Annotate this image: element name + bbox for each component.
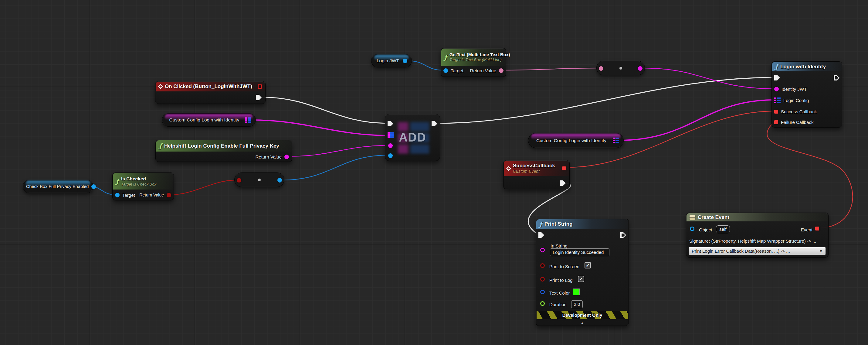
node-title: Is Checked	[121, 176, 156, 182]
wire-exec-add-to-login[interactable]	[437, 78, 775, 123]
node-header: ƒ Print String	[536, 219, 628, 229]
node-header: On Clicked (Button_LoginWithJWT)	[156, 82, 265, 91]
node-print-string[interactable]: ƒ Print String In String Login Identity …	[536, 219, 629, 326]
event-output-pin[interactable]	[815, 227, 819, 231]
function-icon: ƒ	[116, 178, 119, 185]
var-label: Login JWT	[376, 58, 400, 63]
blueprint-canvas[interactable]: { "canvas": { "background": "#282828", "…	[0, 0, 868, 345]
node-header: SuccessCallback Custom Event	[504, 161, 569, 176]
node-is-checked[interactable]: ƒ Is Checked Target is Check Box Target …	[112, 173, 174, 200]
conversion-dot-icon	[619, 67, 622, 69]
map-output-pin[interactable]	[613, 138, 619, 143]
exec-input-pin[interactable]	[774, 75, 780, 81]
print-to-log-input-pin[interactable]	[540, 277, 545, 282]
node-header: ƒ Helpshift Login Config Enable Full Pri…	[156, 140, 292, 151]
conversion-node-bool-to-value[interactable]	[234, 173, 284, 187]
node-subtitle: Target is Check Box	[121, 182, 156, 187]
print-to-screen-input-pin[interactable]	[540, 263, 545, 268]
target-input-pin[interactable]	[443, 68, 448, 73]
signature-text: Signature: (StrProperty, Helpshift Map W…	[689, 238, 816, 243]
wire-text-gettext-to-conversion[interactable]	[504, 68, 598, 70]
exec-input-pin[interactable]	[538, 232, 544, 238]
return-value-output-pin[interactable]	[499, 68, 503, 73]
node-title: On Clicked (Button_LoginWithJWT)	[165, 84, 252, 90]
object-output-pin[interactable]	[277, 178, 282, 182]
create-event-icon	[689, 215, 695, 220]
object-input-pin[interactable]	[690, 227, 694, 231]
map-input-pin[interactable]	[388, 132, 394, 138]
dropdown-arrow-icon: ▼	[819, 249, 823, 253]
conversion-node-text-to-string[interactable]	[596, 61, 645, 75]
wire-object-conversion-to-add[interactable]	[283, 155, 388, 180]
failure-callback-input-pin[interactable]	[774, 120, 778, 124]
node-gettext-multiline[interactable]: ƒ GetText (Multi-Line Text Box) Target i…	[441, 48, 506, 77]
map-output-pin[interactable]	[245, 117, 251, 123]
node-header: ƒ GetText (Multi-Line Text Box) Target i…	[441, 49, 506, 66]
exec-output-pin[interactable]	[432, 121, 437, 126]
wire-object-loginjwt-to-gettext[interactable]	[408, 61, 442, 70]
node-on-clicked-event[interactable]: On Clicked (Button_LoginWithJWT)	[155, 81, 266, 104]
print-to-log-checkbox[interactable]: ✓	[578, 276, 584, 282]
exec-output-pin[interactable]	[834, 75, 839, 81]
node-title: Helpshift Login Config Enable Full Priva…	[164, 143, 279, 149]
var-node-login-jwt[interactable]: Login JWT	[371, 54, 412, 67]
node-create-event[interactable]: Create Event Object self Event Signature…	[686, 212, 829, 258]
success-callback-input-pin[interactable]	[774, 110, 778, 114]
node-map-add[interactable]: ADD	[385, 114, 440, 161]
node-success-callback-event[interactable]: SuccessCallback Custom Event	[503, 160, 570, 189]
text-color-input-pin[interactable]	[540, 290, 545, 294]
pin-label: Identity JWT	[781, 87, 807, 92]
node-header: ƒ Is Checked Target is Check Box	[113, 173, 173, 190]
node-title: Print String	[545, 221, 573, 227]
target-input-pin[interactable]	[115, 193, 120, 197]
target-pin-row: Target	[115, 192, 135, 198]
wire-string-helpshift-to-add[interactable]	[289, 145, 388, 156]
wire-map-configb-to-loginconfig[interactable]	[619, 100, 775, 140]
string-output-pin[interactable]	[638, 66, 643, 71]
exec-output-pin[interactable]	[560, 180, 566, 186]
in-string-label: In String	[551, 243, 567, 249]
node-header: ƒ Login with Identity	[772, 62, 842, 71]
wire-exec-onclicked-to-add[interactable]	[261, 97, 388, 123]
text-color-label: Text Color	[549, 290, 570, 295]
exec-input-pin[interactable]	[388, 121, 393, 126]
delegate-output-pin[interactable]	[258, 84, 262, 89]
pin-label: Login Config	[783, 98, 809, 103]
in-string-input-pin[interactable]	[540, 248, 545, 252]
var-node-check-box-full-privacy[interactable]: Check Box Full Privacy Enabled	[23, 180, 93, 193]
signature-dropdown-value: Print Login Error Callback Data(Reason, …	[692, 249, 790, 254]
failure-callback-pin-row: Failure Callback	[774, 119, 814, 125]
print-to-screen-checkbox[interactable]: ✓	[585, 262, 591, 268]
delegate-output-pin[interactable]	[562, 166, 566, 170]
node-helpshift-privacy-key[interactable]: ƒ Helpshift Login Config Enable Full Pri…	[155, 140, 292, 162]
var-node-custom-config-a[interactable]: Custom Config Login with Identity	[162, 113, 256, 127]
value-input-pin[interactable]	[388, 153, 393, 158]
object-self-field[interactable]: self	[716, 225, 730, 233]
duration-field[interactable]: 2.0	[571, 300, 583, 308]
exec-output-pin[interactable]	[256, 95, 261, 100]
key-input-pin[interactable]	[388, 143, 393, 148]
bool-input-pin[interactable]	[237, 178, 241, 182]
object-output-pin[interactable]	[91, 184, 96, 189]
return-value-output-pin[interactable]	[166, 193, 171, 197]
object-output-pin[interactable]	[403, 59, 407, 63]
text-input-pin[interactable]	[599, 66, 603, 71]
duration-input-pin[interactable]	[540, 301, 545, 306]
return-value-output-pin[interactable]	[284, 154, 289, 159]
node-title: GetText (Multi-Line Text Box)	[450, 52, 510, 57]
var-node-custom-config-b[interactable]: Custom Config Login with Identity	[528, 133, 624, 148]
collapse-arrow-icon[interactable]: ▲	[536, 321, 628, 325]
wire-bool-ischecked-to-conversion[interactable]	[172, 180, 236, 195]
text-color-swatch[interactable]	[573, 289, 580, 295]
signature-dropdown[interactable]: Print Login Error Callback Data(Reason, …	[689, 247, 826, 255]
event-icon	[506, 166, 512, 171]
wire-delegate-createevent-to-failure[interactable]	[767, 122, 852, 228]
pin-label: Target	[451, 68, 463, 73]
in-string-field[interactable]: Login Identity Succeeded	[550, 249, 610, 256]
exec-output-pin[interactable]	[620, 232, 626, 238]
pin-label: Return Value	[255, 154, 282, 160]
node-login-with-identity[interactable]: ƒ Login with Identity Identity JWT Login…	[772, 61, 842, 127]
identity-jwt-input-pin[interactable]	[774, 87, 779, 91]
pin-label: Return Value	[470, 68, 496, 73]
login-config-input-pin[interactable]	[774, 97, 781, 103]
